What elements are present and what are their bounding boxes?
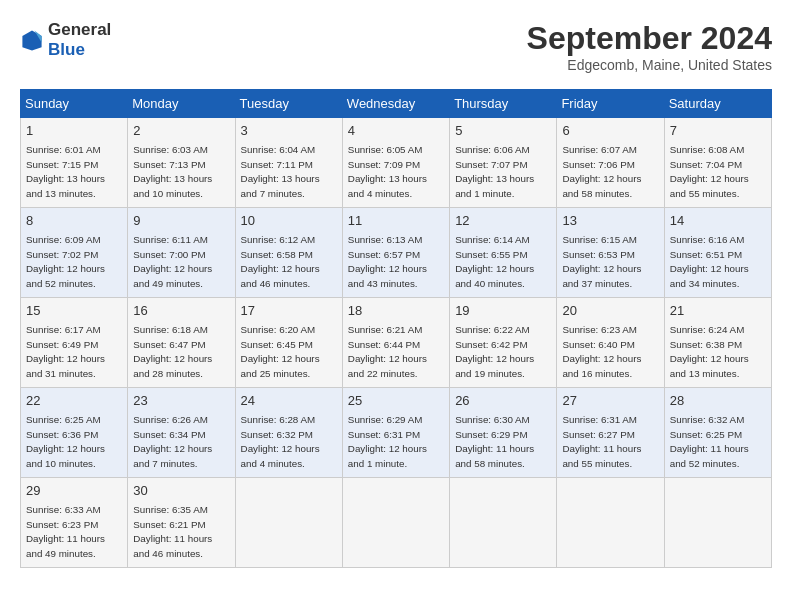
- day-number: 4: [348, 122, 444, 141]
- calendar-day-cell: 28Sunrise: 6:32 AMSunset: 6:25 PMDayligh…: [664, 388, 771, 478]
- weekday-header: Saturday: [664, 90, 771, 118]
- day-number: 23: [133, 392, 229, 411]
- day-info: Sunrise: 6:05 AMSunset: 7:09 PMDaylight:…: [348, 143, 444, 202]
- day-number: 14: [670, 212, 766, 231]
- calendar-day-cell: 16Sunrise: 6:18 AMSunset: 6:47 PMDayligh…: [128, 298, 235, 388]
- day-info: Sunrise: 6:18 AMSunset: 6:47 PMDaylight:…: [133, 323, 229, 382]
- day-info: Sunrise: 6:08 AMSunset: 7:04 PMDaylight:…: [670, 143, 766, 202]
- day-number: 5: [455, 122, 551, 141]
- calendar-day-cell: 21Sunrise: 6:24 AMSunset: 6:38 PMDayligh…: [664, 298, 771, 388]
- day-info: Sunrise: 6:13 AMSunset: 6:57 PMDaylight:…: [348, 233, 444, 292]
- calendar-week-row: 22Sunrise: 6:25 AMSunset: 6:36 PMDayligh…: [21, 388, 772, 478]
- calendar-day-cell: 8Sunrise: 6:09 AMSunset: 7:02 PMDaylight…: [21, 208, 128, 298]
- day-number: 13: [562, 212, 658, 231]
- calendar-day-cell: 3Sunrise: 6:04 AMSunset: 7:11 PMDaylight…: [235, 118, 342, 208]
- calendar-day-cell: 19Sunrise: 6:22 AMSunset: 6:42 PMDayligh…: [450, 298, 557, 388]
- calendar-week-row: 29Sunrise: 6:33 AMSunset: 6:23 PMDayligh…: [21, 478, 772, 568]
- day-number: 11: [348, 212, 444, 231]
- day-number: 24: [241, 392, 337, 411]
- weekday-header: Friday: [557, 90, 664, 118]
- calendar-day-cell: 7Sunrise: 6:08 AMSunset: 7:04 PMDaylight…: [664, 118, 771, 208]
- day-number: 2: [133, 122, 229, 141]
- day-info: Sunrise: 6:06 AMSunset: 7:07 PMDaylight:…: [455, 143, 551, 202]
- calendar-day-cell: 6Sunrise: 6:07 AMSunset: 7:06 PMDaylight…: [557, 118, 664, 208]
- calendar-day-cell: 18Sunrise: 6:21 AMSunset: 6:44 PMDayligh…: [342, 298, 449, 388]
- calendar-day-cell: 4Sunrise: 6:05 AMSunset: 7:09 PMDaylight…: [342, 118, 449, 208]
- weekday-header: Sunday: [21, 90, 128, 118]
- day-info: Sunrise: 6:31 AMSunset: 6:27 PMDaylight:…: [562, 413, 658, 472]
- day-number: 28: [670, 392, 766, 411]
- day-number: 22: [26, 392, 122, 411]
- day-number: 16: [133, 302, 229, 321]
- day-number: 19: [455, 302, 551, 321]
- day-info: Sunrise: 6:12 AMSunset: 6:58 PMDaylight:…: [241, 233, 337, 292]
- calendar-day-cell: 30Sunrise: 6:35 AMSunset: 6:21 PMDayligh…: [128, 478, 235, 568]
- calendar-day-cell: 1Sunrise: 6:01 AMSunset: 7:15 PMDaylight…: [21, 118, 128, 208]
- day-info: Sunrise: 6:07 AMSunset: 7:06 PMDaylight:…: [562, 143, 658, 202]
- calendar-day-cell: 9Sunrise: 6:11 AMSunset: 7:00 PMDaylight…: [128, 208, 235, 298]
- day-info: Sunrise: 6:33 AMSunset: 6:23 PMDaylight:…: [26, 503, 122, 562]
- day-number: 6: [562, 122, 658, 141]
- calendar-day-cell: [557, 478, 664, 568]
- calendar-day-cell: 17Sunrise: 6:20 AMSunset: 6:45 PMDayligh…: [235, 298, 342, 388]
- calendar-day-cell: [450, 478, 557, 568]
- page-header: General Blue September 2024 Edgecomb, Ma…: [20, 20, 772, 73]
- day-info: Sunrise: 6:23 AMSunset: 6:40 PMDaylight:…: [562, 323, 658, 382]
- day-info: Sunrise: 6:14 AMSunset: 6:55 PMDaylight:…: [455, 233, 551, 292]
- day-info: Sunrise: 6:04 AMSunset: 7:11 PMDaylight:…: [241, 143, 337, 202]
- calendar-day-cell: 2Sunrise: 6:03 AMSunset: 7:13 PMDaylight…: [128, 118, 235, 208]
- title-area: September 2024 Edgecomb, Maine, United S…: [527, 20, 772, 73]
- day-number: 1: [26, 122, 122, 141]
- logo-text: General Blue: [48, 20, 111, 60]
- day-number: 20: [562, 302, 658, 321]
- weekday-header-row: SundayMondayTuesdayWednesdayThursdayFrid…: [21, 90, 772, 118]
- day-number: 15: [26, 302, 122, 321]
- weekday-header: Wednesday: [342, 90, 449, 118]
- calendar-week-row: 15Sunrise: 6:17 AMSunset: 6:49 PMDayligh…: [21, 298, 772, 388]
- calendar-day-cell: 23Sunrise: 6:26 AMSunset: 6:34 PMDayligh…: [128, 388, 235, 478]
- day-info: Sunrise: 6:17 AMSunset: 6:49 PMDaylight:…: [26, 323, 122, 382]
- calendar-day-cell: [342, 478, 449, 568]
- day-number: 10: [241, 212, 337, 231]
- day-info: Sunrise: 6:25 AMSunset: 6:36 PMDaylight:…: [26, 413, 122, 472]
- day-info: Sunrise: 6:03 AMSunset: 7:13 PMDaylight:…: [133, 143, 229, 202]
- calendar-week-row: 8Sunrise: 6:09 AMSunset: 7:02 PMDaylight…: [21, 208, 772, 298]
- day-info: Sunrise: 6:20 AMSunset: 6:45 PMDaylight:…: [241, 323, 337, 382]
- calendar-day-cell: 14Sunrise: 6:16 AMSunset: 6:51 PMDayligh…: [664, 208, 771, 298]
- day-info: Sunrise: 6:15 AMSunset: 6:53 PMDaylight:…: [562, 233, 658, 292]
- calendar-day-cell: 13Sunrise: 6:15 AMSunset: 6:53 PMDayligh…: [557, 208, 664, 298]
- day-number: 8: [26, 212, 122, 231]
- calendar-day-cell: 27Sunrise: 6:31 AMSunset: 6:27 PMDayligh…: [557, 388, 664, 478]
- day-info: Sunrise: 6:01 AMSunset: 7:15 PMDaylight:…: [26, 143, 122, 202]
- weekday-header: Monday: [128, 90, 235, 118]
- day-info: Sunrise: 6:26 AMSunset: 6:34 PMDaylight:…: [133, 413, 229, 472]
- day-number: 29: [26, 482, 122, 501]
- calendar-day-cell: 25Sunrise: 6:29 AMSunset: 6:31 PMDayligh…: [342, 388, 449, 478]
- day-number: 17: [241, 302, 337, 321]
- calendar-day-cell: 20Sunrise: 6:23 AMSunset: 6:40 PMDayligh…: [557, 298, 664, 388]
- day-info: Sunrise: 6:09 AMSunset: 7:02 PMDaylight:…: [26, 233, 122, 292]
- day-info: Sunrise: 6:35 AMSunset: 6:21 PMDaylight:…: [133, 503, 229, 562]
- day-info: Sunrise: 6:32 AMSunset: 6:25 PMDaylight:…: [670, 413, 766, 472]
- calendar-day-cell: 15Sunrise: 6:17 AMSunset: 6:49 PMDayligh…: [21, 298, 128, 388]
- weekday-header: Tuesday: [235, 90, 342, 118]
- month-title: September 2024: [527, 20, 772, 57]
- calendar-day-cell: 26Sunrise: 6:30 AMSunset: 6:29 PMDayligh…: [450, 388, 557, 478]
- day-info: Sunrise: 6:21 AMSunset: 6:44 PMDaylight:…: [348, 323, 444, 382]
- logo: General Blue: [20, 20, 111, 60]
- calendar-day-cell: 24Sunrise: 6:28 AMSunset: 6:32 PMDayligh…: [235, 388, 342, 478]
- logo-icon: [20, 28, 44, 52]
- weekday-header: Thursday: [450, 90, 557, 118]
- day-number: 25: [348, 392, 444, 411]
- calendar-day-cell: [235, 478, 342, 568]
- calendar-day-cell: 5Sunrise: 6:06 AMSunset: 7:07 PMDaylight…: [450, 118, 557, 208]
- calendar-day-cell: 11Sunrise: 6:13 AMSunset: 6:57 PMDayligh…: [342, 208, 449, 298]
- svg-marker-0: [22, 30, 41, 50]
- day-info: Sunrise: 6:24 AMSunset: 6:38 PMDaylight:…: [670, 323, 766, 382]
- day-number: 30: [133, 482, 229, 501]
- day-number: 18: [348, 302, 444, 321]
- calendar-week-row: 1Sunrise: 6:01 AMSunset: 7:15 PMDaylight…: [21, 118, 772, 208]
- day-info: Sunrise: 6:28 AMSunset: 6:32 PMDaylight:…: [241, 413, 337, 472]
- day-number: 7: [670, 122, 766, 141]
- day-info: Sunrise: 6:22 AMSunset: 6:42 PMDaylight:…: [455, 323, 551, 382]
